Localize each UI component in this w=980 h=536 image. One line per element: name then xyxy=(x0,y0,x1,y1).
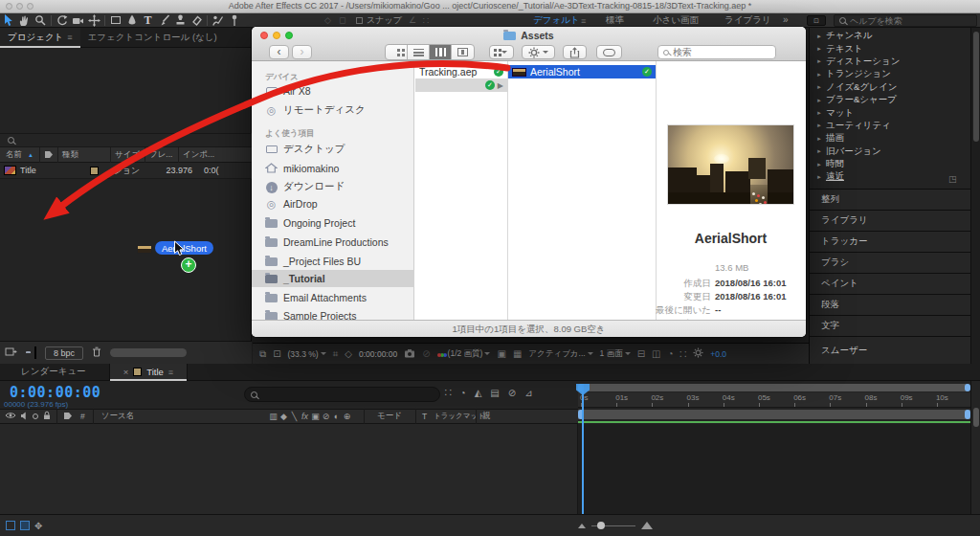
effect-category[interactable]: ►描画 xyxy=(810,132,980,145)
panel-tracker[interactable]: トラッカー xyxy=(810,231,970,252)
pixel-aspect-icon[interactable]: ⊟ xyxy=(637,348,645,359)
region-of-interest-icon[interactable]: ▣ xyxy=(497,348,505,359)
fast-preview-icon[interactable]: ◫ xyxy=(652,348,660,359)
column-fps[interactable]: フレ... xyxy=(145,147,178,163)
roi-crop-icon[interactable]: ⌗ xyxy=(333,348,339,360)
threed-switch-icon[interactable]: ⊕ xyxy=(342,412,352,421)
group-by-button[interactable] xyxy=(489,45,514,59)
panel-menu-icon[interactable]: ≡ xyxy=(168,368,173,377)
close-tab-icon[interactable]: × xyxy=(123,367,129,377)
parent-column[interactable]: 親 xyxy=(482,411,491,422)
panel-character[interactable]: 文字 xyxy=(810,315,970,336)
active-camera-dropdown[interactable]: アクティブカ... xyxy=(528,348,592,360)
sidebar-item-folder[interactable]: Email Attachments xyxy=(265,289,367,306)
finder-search-input[interactable] xyxy=(673,47,759,57)
coverflow-view-button[interactable] xyxy=(452,45,474,59)
transparency-grid-icon[interactable]: ▦ xyxy=(513,348,522,359)
selection-tool-icon[interactable] xyxy=(0,13,16,28)
layer-track-area[interactable] xyxy=(578,424,970,514)
sidebar-item-desktop[interactable]: デスクトップ xyxy=(265,141,345,158)
vertex-icon[interactable]: ◻ xyxy=(339,15,345,25)
new-composition-icon[interactable] xyxy=(34,347,36,358)
current-timecode[interactable]: 0:00:00:00 xyxy=(10,384,100,401)
scrollbar-thumb[interactable] xyxy=(973,32,979,142)
solo-toggle-icon[interactable] xyxy=(33,413,38,419)
magnification-dropdown[interactable]: (33.3 %) xyxy=(288,349,326,359)
time-ruler[interactable]: 0s 01s 02s 03s 04s 05s 06s 07s 08s 09s 1… xyxy=(578,392,970,408)
mode-column[interactable]: モード xyxy=(377,411,402,422)
share-button[interactable] xyxy=(563,45,587,59)
zoom-slider-track[interactable] xyxy=(591,525,635,526)
interpret-footage-icon[interactable] xyxy=(5,346,17,359)
project-search[interactable] xyxy=(0,133,252,147)
gear-icon[interactable] xyxy=(693,347,703,360)
track-matte-column[interactable]: トラックマット xyxy=(434,412,485,421)
horizontal-scrollbar[interactable] xyxy=(110,348,187,357)
channels-icon[interactable] xyxy=(437,349,441,359)
motion-blur-icon[interactable]: ⊘ xyxy=(508,388,516,398)
column-label-icon[interactable] xyxy=(39,147,57,163)
effect-category[interactable]: ►旧バージョン xyxy=(810,145,980,158)
mask-feather-icon[interactable]: ◇ xyxy=(324,15,331,25)
sidebar-item-home[interactable]: mikiomakino xyxy=(265,160,339,177)
timeline-button-icon[interactable]: ◔ xyxy=(668,348,674,359)
snap-grid-icon[interactable]: ⸬ xyxy=(423,15,429,26)
workspace-menu-icon[interactable]: ≡ xyxy=(581,16,586,26)
hide-shy-layers-icon[interactable]: ◭ xyxy=(475,388,482,398)
t-column[interactable]: T xyxy=(422,412,427,421)
snap-checkbox[interactable] xyxy=(356,17,363,24)
collapse-switch-icon[interactable]: ◆ xyxy=(278,412,289,421)
zoom-in-icon[interactable] xyxy=(641,522,653,529)
type-tool-icon[interactable]: T xyxy=(140,13,156,28)
work-area-bar[interactable] xyxy=(578,410,970,419)
zoom-slider-knob[interactable] xyxy=(597,522,605,529)
effect-category[interactable]: ►マット xyxy=(810,106,980,119)
view-layout-dropdown[interactable]: 1 画面 xyxy=(600,348,631,360)
playhead-line[interactable] xyxy=(582,384,584,521)
file-row-tracking-aep[interactable]: Tracking.aep ✓ xyxy=(415,65,507,78)
frame-blend-switch-icon[interactable]: ⊘ xyxy=(321,412,331,421)
list-view-button[interactable] xyxy=(408,45,430,59)
hand-tool-icon[interactable] xyxy=(16,13,33,28)
more-workspaces-icon[interactable]: » xyxy=(783,14,789,25)
icon-view-button[interactable] xyxy=(386,45,408,59)
resolution-dropdown[interactable]: (1/2 画質) xyxy=(448,348,491,360)
time-navigator[interactable] xyxy=(578,384,970,391)
pan-behind-tool-icon[interactable] xyxy=(86,13,102,28)
workspace-switcher-icon[interactable]: ⊡ xyxy=(807,15,826,26)
back-button[interactable]: ‹ xyxy=(269,45,289,59)
viewer-timecode[interactable]: 0:00:00:00 xyxy=(359,349,397,359)
video-toggle-icon[interactable] xyxy=(5,412,16,421)
project-item-title[interactable]: Title ...ション 23.976 0:0( xyxy=(0,163,252,179)
scrollbar-thumb[interactable] xyxy=(973,408,979,427)
camera-tool-icon[interactable] xyxy=(70,13,86,28)
zoom-tool-icon[interactable] xyxy=(33,13,49,28)
adjustment-switch-icon[interactable]: ▣ xyxy=(310,412,321,421)
exposure-value[interactable]: +0.0 xyxy=(710,349,726,359)
tab-project[interactable]: プロジェクト ≡ xyxy=(0,28,80,48)
sidebar-item-folder[interactable]: _Project Files BU xyxy=(265,253,361,270)
always-preview-icon[interactable]: ⧉ xyxy=(259,348,266,360)
panel-resize-corner-icon[interactable]: ◳ xyxy=(948,174,957,184)
forward-button[interactable]: › xyxy=(292,45,312,59)
mask-visibility-icon[interactable]: ◇ xyxy=(345,348,352,359)
finder-titlebar[interactable]: Assets xyxy=(252,27,806,44)
file-row-aerialshort[interactable]: AerialShort ✓ xyxy=(508,65,656,78)
expand-transfer-controls-icon[interactable] xyxy=(20,521,30,530)
zoom-out-icon[interactable] xyxy=(578,524,586,528)
tags-button[interactable] xyxy=(596,45,622,59)
panel-align[interactable]: 整列 xyxy=(810,189,970,210)
shape-tool-icon[interactable] xyxy=(107,13,123,28)
column-name[interactable]: 名前 xyxy=(0,149,28,161)
help-search-input[interactable] xyxy=(850,16,955,26)
workspace-tab-small-screen[interactable]: 小さい画面 xyxy=(653,14,699,27)
tab-composition-title[interactable]: × Title ≡ xyxy=(109,364,188,381)
workspace-tab-library[interactable]: ライブラリ xyxy=(724,14,771,27)
shy-switch-icon[interactable]: ▥ xyxy=(268,412,278,421)
layer-number-column[interactable]: # xyxy=(80,412,85,421)
roto-brush-tool-icon[interactable] xyxy=(210,13,226,28)
source-name-column[interactable]: ソース名 xyxy=(101,411,134,422)
effect-category[interactable]: ►ユーティリティ xyxy=(810,120,980,132)
zoom-slider[interactable] xyxy=(578,522,653,529)
label-color-swatch[interactable] xyxy=(90,167,99,175)
